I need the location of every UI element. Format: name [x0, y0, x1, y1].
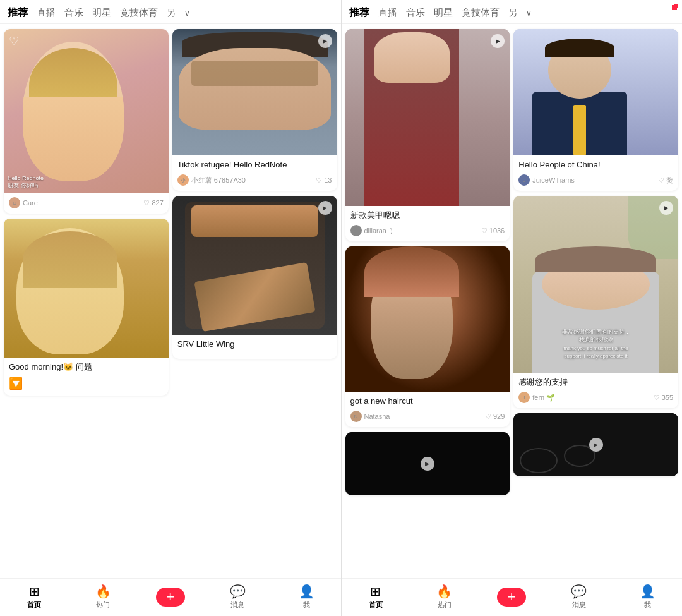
avatar-care: C [9, 197, 20, 208]
nav-item-star-1[interactable]: 明星 [92, 7, 111, 19]
card-author-gratitude: f fern 🌱 [518, 392, 555, 403]
col-2-phone-1: ▶ Tiktok refugee! Hello RedNote 小 小红薯 67… [172, 29, 337, 396]
author-name-fern: fern 🌱 [532, 394, 555, 402]
nav-chevron-2: ∨ [526, 9, 532, 18]
nav-item-live-1[interactable]: 直播 [37, 7, 56, 19]
avatar-nail: d [350, 225, 362, 236]
add-icon-1: + [166, 589, 174, 605]
card-body-4: SRV Little Wing [172, 335, 337, 359]
card-good-morning[interactable]: Good morning!🐱 问题 🔽 [4, 219, 169, 396]
card-title-hello: Hello People of China! [518, 159, 673, 171]
nav-item-recommend-1[interactable]: 推荐 [8, 6, 28, 20]
author-name-juice: JuiceWilliams [532, 176, 575, 184]
bottom-nav-me-1[interactable]: 👤 我 [290, 584, 322, 610]
author-name-care: Care [23, 199, 38, 207]
card-likes-haircut[interactable]: ♡ 929 [485, 413, 505, 421]
bottom-nav-msg-1[interactable]: 💬 消息 [222, 584, 253, 610]
nav-item-more-2[interactable]: 另 [508, 8, 517, 19]
play-btn-card4[interactable]: ▶ [318, 201, 332, 215]
nav-item-star-2[interactable]: 明星 [434, 7, 453, 19]
card-author-1: C Care [9, 197, 38, 208]
card-likes-1[interactable]: ♡ 827 [143, 199, 163, 207]
scroll-content-2: ▶ 新款美甲嗯嗯 d dlllaraa_) [342, 24, 683, 578]
card-tiktok-refugee[interactable]: ▶ Tiktok refugee! Hello RedNote 小 小红薯 67… [172, 29, 337, 191]
card-icon-3: 🔽 [9, 377, 164, 390]
card-body-1: C Care ♡ 827 [4, 193, 169, 214]
bottom-nav-2: ⊞ 首页 🔥 热门 + 💬 消息 👤 我 [342, 578, 683, 616]
col-1-phone-2: ▶ 新款美甲嗯嗯 d dlllaraa_) [345, 29, 510, 495]
card-body-hello: Hello People of China! J JuiceWilliams ♡… [513, 155, 678, 191]
col-1-phone-1: ♡ Hello Rednote朋友 你好吗 C Care [4, 29, 169, 396]
card-body-3: Good morning!🐱 问题 🔽 [4, 358, 169, 396]
heart-icon-2: ♡ [316, 176, 322, 184]
nav-item-recommend-2[interactable]: 推荐 [349, 6, 369, 20]
card-footer-haircut: N Natasha ♡ 929 [350, 411, 505, 422]
bottom-nav-msg-2[interactable]: 💬 消息 [563, 584, 595, 610]
avatar-juice: J [518, 174, 530, 186]
nav-item-live-2[interactable]: 直播 [378, 7, 397, 19]
bottom-nav-me-2[interactable]: 👤 我 [632, 584, 664, 610]
card-footer-2: 小 小红薯 67857A30 ♡ 13 [177, 174, 332, 186]
likes-count-nail: 1036 [489, 227, 505, 234]
author-name-tiktok: 小红薯 67857A30 [191, 176, 246, 185]
bottom-nav-home-label-2: 首页 [369, 600, 383, 610]
card-dark-1[interactable]: ▶ [345, 432, 510, 495]
add-button-1[interactable]: + [156, 588, 185, 607]
nav-item-more-1[interactable]: 另 [167, 8, 176, 19]
bottom-nav-hot-2[interactable]: 🔥 热门 [429, 584, 460, 610]
heart-icon-haircut: ♡ [485, 413, 491, 421]
likes-count-hello: 赞 [666, 176, 673, 185]
nav-chevron-1: ∨ [184, 9, 190, 18]
card-srv[interactable]: ▶ SRV Little Wing [172, 196, 337, 359]
likes-count-haircut: 929 [493, 413, 505, 420]
add-button-2[interactable]: + [497, 588, 526, 607]
likes-count-2: 13 [324, 176, 332, 184]
phone-1: 推荐 直播 音乐 明星 竞技体育 另 ∨ [0, 0, 341, 616]
author-name-nail: dlllaraa_) [364, 227, 393, 234]
masonry-grid-2: ▶ 新款美甲嗯嗯 d dlllaraa_) [345, 29, 679, 495]
avatar-natasha: N [350, 411, 362, 422]
card-dark-2[interactable]: ▶ [513, 413, 678, 476]
card-gratitude[interactable]: ▶ 非常感谢你们所有的支持， 我真的很感激 thank you so much … [513, 196, 678, 408]
card-likes-gratitude[interactable]: ♡ 355 [654, 394, 673, 402]
heart-icon-nail: ♡ [481, 227, 488, 235]
bottom-nav-home-2[interactable]: ⊞ 首页 [360, 584, 392, 610]
card-blonde-girl[interactable]: ♡ Hello Rednote朋友 你好吗 C Care [4, 29, 169, 214]
card-title-3: Good morning!🐱 问题 [9, 361, 164, 373]
card-body-2: Tiktok refugee! Hello RedNote 小 小红薯 6785… [172, 155, 337, 191]
bottom-nav-msg-label-1: 消息 [230, 600, 244, 610]
subtitle-en: thank you so much for all the support, i… [518, 345, 673, 360]
play-btn-dark2[interactable]: ▶ [589, 438, 603, 452]
nav-item-sports-2[interactable]: 竞技体育 [462, 7, 500, 19]
col-2-phone-2: Hello People of China! J JuiceWilliams ♡… [513, 29, 678, 495]
card-likes-nail[interactable]: ♡ 1036 [481, 227, 505, 235]
scroll-content-1: ♡ Hello Rednote朋友 你好吗 C Care [0, 24, 341, 578]
card-footer-nail: d dlllaraa_) ♡ 1036 [350, 225, 505, 236]
play-btn-card2[interactable]: ▶ [318, 34, 332, 48]
card-nail-art[interactable]: ▶ 新款美甲嗯嗯 d dlllaraa_) [345, 29, 510, 241]
card-author-2: 小 小红薯 67857A30 [177, 174, 246, 186]
nav-item-sports-1[interactable]: 竞技体育 [120, 7, 158, 19]
nav-item-music-2[interactable]: 音乐 [406, 7, 425, 19]
nav-item-music-1[interactable]: 音乐 [64, 7, 83, 19]
bottom-nav-hot-1[interactable]: 🔥 热门 [87, 584, 119, 610]
bottom-nav-hot-label-2: 热门 [438, 600, 452, 610]
bottom-nav-me-label-2: 我 [644, 600, 651, 610]
notification-dot [674, 4, 678, 8]
heart-icon-hello: ♡ [658, 176, 664, 184]
heart-icon-1: ♡ [143, 199, 150, 207]
nav-bar-1: 推荐 直播 音乐 明星 竞技体育 另 ∨ [0, 0, 341, 24]
bottom-nav-msg-label-2: 消息 [572, 600, 586, 610]
card-hello-china[interactable]: Hello People of China! J JuiceWilliams ♡… [513, 29, 678, 191]
bottom-nav-home-1[interactable]: ⊞ 首页 [18, 584, 50, 610]
heart-top-card1[interactable]: ♡ [9, 34, 19, 48]
masonry-grid-1: ♡ Hello Rednote朋友 你好吗 C Care [4, 29, 337, 396]
card-haircut[interactable]: got a new haircut N Natasha ♡ 929 [345, 246, 510, 427]
heart-icon-gratitude: ♡ [654, 394, 660, 402]
card-body-nail: 新款美甲嗯嗯 d dlllaraa_) ♡ 1036 [345, 206, 510, 241]
card-likes-2[interactable]: ♡ 13 [316, 176, 332, 184]
card-likes-hello[interactable]: ♡ 赞 [658, 176, 673, 185]
card-title-haircut: got a new haircut [350, 396, 505, 407]
card-body-gratitude: 感谢您的支持 f fern 🌱 ♡ 355 [513, 373, 678, 408]
play-btn-dark1[interactable]: ▶ [421, 457, 434, 471]
